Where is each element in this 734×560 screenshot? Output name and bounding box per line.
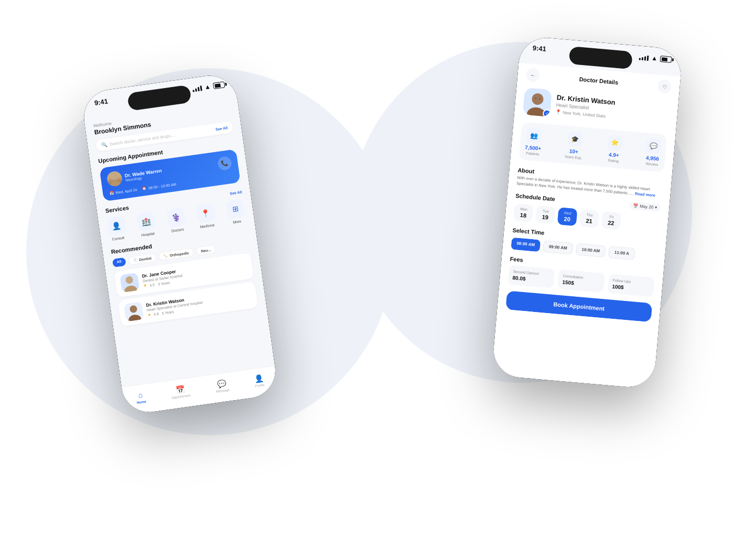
more-label: More xyxy=(233,219,242,224)
filter-orthopedic[interactable]: 🦴 Orthopedic xyxy=(158,247,195,261)
nav-appointment[interactable]: 📅 Appointment xyxy=(170,384,191,400)
review-icon: 💬 xyxy=(645,138,661,154)
r-bar-1 xyxy=(639,58,641,60)
fee-amount-1: 150$ xyxy=(562,279,600,288)
filter-all[interactable]: All xyxy=(112,257,126,267)
appointment-label: Appointment xyxy=(171,393,191,399)
appointment-icon: 📅 xyxy=(175,384,185,394)
signal-bars xyxy=(192,84,202,92)
hospital-icon: 🏥 xyxy=(136,211,156,231)
consult-icon: 👤 xyxy=(106,216,126,235)
cal-day-fri[interactable]: Fri 22 xyxy=(601,211,621,230)
see-all-services[interactable]: See All xyxy=(230,190,242,195)
doc-avatar-lg: ✓ xyxy=(523,88,552,117)
time-slot-1000[interactable]: 10:00 AM xyxy=(575,243,606,257)
doc-info-kristin: Dr. Kristin Watson Heart Specialist at C… xyxy=(146,288,252,317)
location-icon: 📍 xyxy=(555,109,562,115)
service-consult[interactable]: 👤 Consult xyxy=(106,216,127,241)
favorite-button[interactable]: ♡ xyxy=(657,79,672,94)
home-icon: ⌂ xyxy=(137,390,143,399)
apt-doc-text: Dr. Wade Warren Neurology xyxy=(124,168,163,182)
time-slot-0900[interactable]: 09:00 AM xyxy=(543,240,574,255)
back-button[interactable]: ← xyxy=(525,68,540,82)
clock-icon-small: ⏰ xyxy=(142,186,147,191)
bar-1 xyxy=(193,90,195,92)
right-phone-screen: ← Doctor Details ♡ xyxy=(491,63,681,390)
nav-profile[interactable]: 👤 Profile xyxy=(253,373,265,387)
filter-dentist[interactable]: 🦷 Dentist xyxy=(127,253,156,265)
recommended-title: Recommended xyxy=(111,243,153,255)
rating-kristin: 4.8 xyxy=(154,311,159,316)
right-signal-bars xyxy=(639,54,649,61)
cal-day-tue[interactable]: Tue 19 xyxy=(535,206,556,224)
service-more[interactable]: ⊞ More xyxy=(225,199,246,224)
fee-amount-2: 100$ xyxy=(612,284,650,293)
stat-patients: 👥 7,500+ Patients xyxy=(524,127,543,156)
see-all-search[interactable]: See All xyxy=(215,126,228,131)
wifi-icon: ▲ xyxy=(204,83,211,91)
bar-3 xyxy=(198,87,200,91)
services-title: Services xyxy=(105,204,129,214)
doc-profile-text: Dr. Kristin Watson Heart Specialist 📍 Ne… xyxy=(555,93,616,120)
doctors-label: Doctors xyxy=(171,228,184,233)
dentist-icon: 🦷 xyxy=(133,257,138,262)
service-hospital[interactable]: 🏥 Hospital xyxy=(136,211,157,237)
fee-second-opinion: Second Opinion 80.0$ xyxy=(508,265,555,288)
medicine-icon: 📍 xyxy=(196,203,215,223)
stat-patients-label: Patients xyxy=(526,151,539,156)
apt-avatar-inner xyxy=(106,170,123,187)
nav-message[interactable]: 💬 Message xyxy=(214,378,230,393)
month-picker[interactable]: 📅 May 20 ▾ xyxy=(629,201,661,212)
calendar-icon-small: 📅 xyxy=(109,191,114,196)
cal-day-name-fri: Fri xyxy=(609,215,614,219)
profile-label: Profile xyxy=(255,383,265,387)
stat-review-label: Review xyxy=(646,161,658,166)
chevron-down-icon: ▾ xyxy=(655,205,657,210)
service-medicine[interactable]: 📍 Medicine xyxy=(196,203,217,229)
right-battery-icon xyxy=(660,56,672,63)
cal-day-mon[interactable]: Mon 18 xyxy=(513,203,534,222)
svg-point-1 xyxy=(110,180,121,187)
right-wifi-icon: ▲ xyxy=(651,55,658,62)
detail-title: Doctor Details xyxy=(579,76,618,85)
fee-amount-0: 80.0$ xyxy=(512,275,550,284)
fee-follow-ups: Follow-Ups 100$ xyxy=(607,274,654,297)
schedule-title: Schedule Date xyxy=(515,192,556,202)
read-more-link[interactable]: Read more xyxy=(635,191,655,197)
medicine-label: Medicine xyxy=(200,223,215,229)
svg-point-0 xyxy=(111,173,118,180)
time-slot-1100[interactable]: 11:00 A xyxy=(608,246,635,260)
right-battery-fill xyxy=(661,57,667,61)
nav-home[interactable]: ⌂ Home xyxy=(135,390,146,404)
hospital-label: Hospital xyxy=(141,232,155,237)
stat-review: 💬 4,956 Review xyxy=(644,138,661,166)
rating-jane: 4.5 xyxy=(149,283,155,287)
left-status-icons: ▲ xyxy=(192,81,225,92)
book-appointment-button[interactable]: Book Appointment xyxy=(505,290,652,322)
time-slot-0800[interactable]: 08:00 AM xyxy=(511,238,541,252)
patients-icon: 👥 xyxy=(526,127,542,143)
stat-experience-value: 10+ xyxy=(569,148,579,155)
search-icon: 🔍 xyxy=(101,142,107,147)
service-doctors[interactable]: ⚕️ Doctors xyxy=(166,207,187,233)
filter-neu[interactable]: Neu... xyxy=(196,245,216,256)
star-icon-jane: ★ xyxy=(143,284,147,288)
consult-label: Consult xyxy=(112,236,124,241)
orthopedic-icon: 🦴 xyxy=(163,253,168,258)
left-screen-content: Wellcome Brooklyn Simmons 🔍 Search docto… xyxy=(84,99,267,328)
battery-fill xyxy=(214,83,221,88)
cal-day-thu[interactable]: Thu 21 xyxy=(579,209,600,228)
apt-call-btn[interactable]: 📞 xyxy=(217,156,232,171)
experience-kristin: 5 Years xyxy=(161,309,174,315)
profile-icon: 👤 xyxy=(254,373,264,383)
apt-time: ⏰ 09:00 - 10:00 AM xyxy=(142,182,177,191)
cal-day-wed[interactable]: Wed 20 xyxy=(557,207,578,226)
cal-day-num-fri: 22 xyxy=(608,220,614,227)
star-icon-kristin: ★ xyxy=(147,313,151,317)
cal-day-name-tue: Tue xyxy=(543,209,549,213)
battery-icon xyxy=(213,81,225,89)
cal-day-num-wed: 20 xyxy=(564,216,570,222)
cal-day-num-mon: 18 xyxy=(520,212,526,219)
experience-icon: 🎓 xyxy=(567,131,582,147)
calendar-icon: 📅 xyxy=(633,203,639,209)
